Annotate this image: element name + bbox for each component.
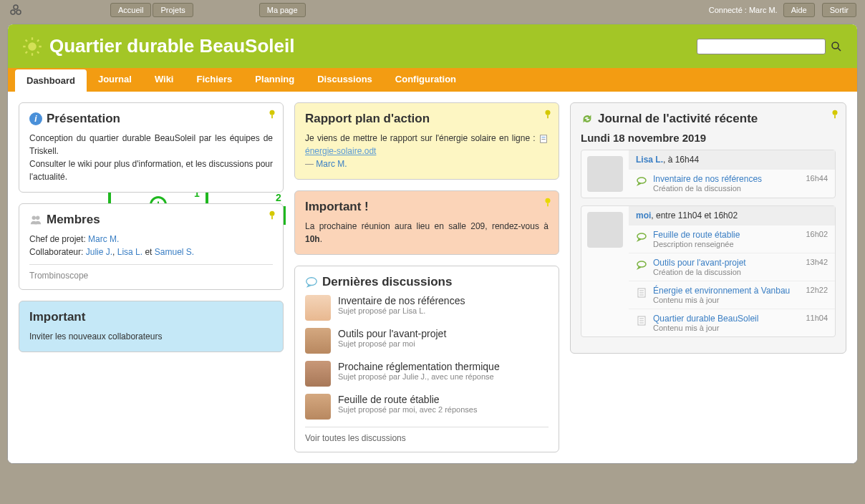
mapage-button[interactable]: Ma page xyxy=(259,3,306,17)
svg-line-8 xyxy=(26,39,27,41)
projets-button[interactable]: Projets xyxy=(153,3,193,17)
member-link-marc[interactable]: Marc M. xyxy=(88,234,119,244)
svg-point-3 xyxy=(28,42,37,51)
member-link-lisa[interactable]: Lisa L. xyxy=(117,247,142,257)
annotation-label-2: 2 xyxy=(276,192,281,203)
discussions-title: Dernières discussions xyxy=(322,275,452,289)
discussion-subtitle: Sujet proposé par moi, avec 2 réponses xyxy=(338,405,477,414)
svg-point-19 xyxy=(36,216,39,220)
svg-line-10 xyxy=(26,52,27,53)
svg-line-13 xyxy=(838,48,841,51)
membres-title: Membres xyxy=(47,213,100,227)
journal-title: Journal de l'activité récente xyxy=(598,112,758,126)
discussion-item[interactable]: Outils pour l'avant-projet Sujet proposé… xyxy=(305,328,549,354)
svg-point-2 xyxy=(16,10,21,14)
avatar xyxy=(587,212,623,248)
author-link[interactable]: Marc M. xyxy=(316,159,347,169)
svg-point-16 xyxy=(270,211,275,216)
journal-card: Journal de l'activité récente Lundi 18 n… xyxy=(570,102,846,354)
svg-point-27 xyxy=(306,278,316,286)
important-orange-time: 10h xyxy=(305,234,320,244)
discussion-item[interactable]: Prochaine réglementation thermique Sujet… xyxy=(305,361,549,387)
svg-point-32 xyxy=(637,261,646,267)
pin-icon[interactable] xyxy=(267,109,277,119)
activity-title: Feuille de route établie xyxy=(653,230,800,240)
discussion-icon xyxy=(636,175,647,187)
rapport-title: Rapport plan d'action xyxy=(305,112,549,126)
document-icon xyxy=(636,287,647,299)
search-icon[interactable] xyxy=(830,40,843,53)
presentation-title: Présentation xyxy=(47,112,120,126)
search-input[interactable] xyxy=(697,39,826,54)
sortir-button[interactable]: Sortir xyxy=(822,3,856,17)
chef-label: Chef de projet: xyxy=(29,234,88,244)
refresh-icon xyxy=(581,112,594,125)
member-link-julie[interactable]: Julie J. xyxy=(86,247,112,257)
activity-title: Outils pour l'avant-projet xyxy=(653,258,800,268)
tab-discussions[interactable]: Discussions xyxy=(306,68,384,92)
pin-icon[interactable] xyxy=(543,197,553,207)
tab-wiki[interactable]: Wiki xyxy=(143,68,185,92)
collab-label: Collaborateur: xyxy=(29,247,86,257)
discussion-item[interactable]: Feuille de route établie Sujet proposé p… xyxy=(305,394,549,420)
activity-row[interactable]: Outils pour l'avant-projet Création de l… xyxy=(629,253,835,281)
presentation-body1: Conception du quartier durable BeauSolei… xyxy=(29,132,273,158)
activity-subtitle: Création de la discussion xyxy=(653,184,800,193)
important-blue-title: Important xyxy=(29,310,273,324)
aide-button[interactable]: Aide xyxy=(783,3,815,17)
activity-row[interactable]: Énergie et environnement à Vanbau Conten… xyxy=(629,281,835,309)
activity-time: 16h02 xyxy=(806,230,828,238)
activity-time: 12h22 xyxy=(806,286,828,294)
activity-title: Inventaire de nos références xyxy=(653,174,800,184)
activity-time: 13h42 xyxy=(806,258,828,266)
discussion-icon xyxy=(636,259,647,271)
activity-row[interactable]: Feuille de route établie Description ren… xyxy=(629,225,835,253)
svg-point-20 xyxy=(546,110,551,115)
triskell-logo xyxy=(7,1,24,19)
activity-subtitle: Contenu mis à jour xyxy=(653,296,800,304)
membres-card: Membres Chef de projet: Marc M. Collabor… xyxy=(19,203,284,290)
discussion-subtitle: Sujet proposé par Lisa L. xyxy=(338,306,465,315)
page-title: Quartier durable BeauSoleil xyxy=(49,35,697,57)
activity-subtitle: Contenu mis à jour xyxy=(653,324,800,332)
avatar xyxy=(305,394,331,420)
discussion-subtitle: Sujet proposé par Julie J., avec une rép… xyxy=(338,372,500,381)
activity-row[interactable]: Inventaire de nos références Création de… xyxy=(629,169,835,197)
svg-point-28 xyxy=(833,110,838,115)
trombinoscope-link[interactable]: Trombinoscope xyxy=(29,271,88,281)
tab-dashboard[interactable]: Dashboard xyxy=(15,69,87,92)
discussion-icon xyxy=(305,276,318,289)
discussions-card: Dernières discussions Inventaire de nos … xyxy=(294,266,559,452)
activity-row[interactable]: Quartier durable BeauSoleil Contenu mis … xyxy=(629,309,835,336)
important-orange-body-pre: La prochaine réunion aura lieu en salle … xyxy=(305,221,549,231)
important-blue-card: Important Inviter les nouveaux collabora… xyxy=(19,301,284,352)
info-icon: i xyxy=(29,112,42,125)
document-icon xyxy=(636,315,647,326)
svg-rect-24 xyxy=(541,139,545,140)
all-discussions-link[interactable]: Voir toutes les discussions xyxy=(305,433,406,443)
pin-icon[interactable] xyxy=(267,210,277,220)
important-orange-title: Important ! xyxy=(305,200,549,214)
svg-point-12 xyxy=(832,42,839,49)
discussion-title: Outils pour l'avant-projet xyxy=(338,328,446,339)
tab-fichiers[interactable]: Fichiers xyxy=(185,68,243,92)
tab-planning[interactable]: Planning xyxy=(243,68,306,92)
discussion-title: Feuille de route établie xyxy=(338,394,477,405)
svg-point-0 xyxy=(14,5,18,9)
svg-point-25 xyxy=(546,198,551,203)
activity-user: Lisa L., à 16h44 xyxy=(629,150,835,169)
journal-date: Lundi 18 novembre 2019 xyxy=(581,132,836,144)
pin-icon[interactable] xyxy=(830,109,840,119)
discussion-item[interactable]: Inventaire de nos références Sujet propo… xyxy=(305,295,549,321)
avatar xyxy=(587,156,623,192)
activity-title: Quartier durable BeauSoleil xyxy=(653,314,800,324)
member-link-samuel[interactable]: Samuel S. xyxy=(155,247,194,257)
presentation-body2: Consulter le wiki pour plus d'informatio… xyxy=(29,158,273,183)
activity-time: 16h44 xyxy=(806,174,828,183)
accueil-button[interactable]: Accueil xyxy=(110,3,151,17)
tab-journal[interactable]: Journal xyxy=(87,68,143,92)
activity-time: 11h04 xyxy=(806,314,828,322)
tab-configuration[interactable]: Configuration xyxy=(384,68,468,92)
pin-icon[interactable] xyxy=(543,109,553,119)
file-link[interactable]: énergie-solaire.odt xyxy=(305,146,376,156)
